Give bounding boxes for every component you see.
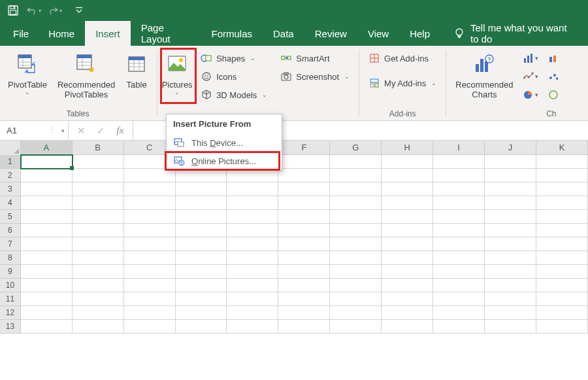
cell[interactable] [485, 155, 536, 169]
cell[interactable] [176, 320, 227, 334]
cell[interactable] [330, 210, 382, 224]
cell[interactable] [330, 182, 382, 196]
cell[interactable] [330, 279, 382, 292]
cell[interactable] [278, 306, 330, 320]
fx-icon[interactable]: fx [114, 125, 126, 136]
tab-insert[interactable]: Insert [85, 21, 131, 46]
cell[interactable] [433, 224, 485, 237]
pivottable-button[interactable]: PivotTable ⌄ [4, 48, 51, 96]
cell[interactable] [176, 169, 227, 182]
cell[interactable] [124, 182, 176, 196]
cell[interactable] [485, 251, 536, 265]
cell[interactable] [21, 251, 73, 265]
cell[interactable] [278, 237, 330, 251]
screenshot-button[interactable]: Screenshot ⌄ [276, 68, 353, 85]
cell[interactable] [382, 292, 433, 306]
cell[interactable] [278, 265, 330, 279]
my-addins-button[interactable]: My Add-ins ⌄ [365, 75, 440, 92]
enter-icon[interactable]: ✓ [95, 125, 106, 137]
tab-formulas[interactable]: Formulas [201, 21, 263, 46]
cell[interactable] [536, 251, 588, 265]
cell[interactable] [485, 320, 536, 334]
cell[interactable] [485, 292, 536, 306]
cell[interactable] [485, 237, 536, 251]
cell[interactable] [330, 196, 382, 210]
cell[interactable] [278, 292, 330, 306]
cell[interactable] [278, 251, 330, 265]
cell[interactable] [176, 279, 227, 292]
cell[interactable] [278, 224, 330, 237]
cell[interactable] [485, 169, 536, 182]
cell[interactable] [227, 292, 278, 306]
cell[interactable] [73, 155, 124, 169]
cell[interactable] [73, 251, 124, 265]
cell[interactable] [227, 279, 278, 292]
recommended-charts-button[interactable]: ? RecommendedCharts [451, 48, 517, 101]
cell[interactable] [227, 224, 278, 237]
cell[interactable] [227, 251, 278, 265]
cell[interactable] [73, 306, 124, 320]
cell[interactable] [433, 196, 485, 210]
cell[interactable] [536, 306, 588, 320]
cell[interactable] [124, 279, 176, 292]
cell[interactable] [124, 292, 176, 306]
col-header-K[interactable]: K [536, 141, 588, 154]
3d-models-button[interactable]: 3D Models ⌄ [197, 86, 271, 103]
cell[interactable] [124, 237, 176, 251]
cell[interactable] [124, 251, 176, 265]
smartart-button[interactable]: SmartArt [276, 50, 353, 67]
cell[interactable] [536, 224, 588, 237]
combo-chart-button[interactable] [544, 86, 558, 103]
recommended-pivottables-button[interactable]: RecommendedPivotTables [54, 48, 119, 101]
cell[interactable] [382, 169, 433, 182]
cell[interactable] [485, 306, 536, 320]
cell[interactable] [382, 210, 433, 224]
cell[interactable] [433, 210, 485, 224]
cell[interactable] [485, 196, 536, 210]
tab-review[interactable]: Review [304, 21, 357, 46]
cell[interactable] [536, 155, 588, 169]
row-header[interactable]: 3 [0, 182, 21, 196]
cell[interactable] [227, 237, 278, 251]
cell[interactable] [73, 196, 124, 210]
cell[interactable] [21, 155, 73, 169]
cell[interactable] [536, 292, 588, 306]
cell[interactable] [330, 169, 382, 182]
cell[interactable] [382, 155, 433, 169]
cell[interactable] [124, 169, 176, 182]
spreadsheet-grid[interactable]: A B C D E F G H I J K 12345678910111213 [0, 141, 588, 380]
cell[interactable] [176, 182, 227, 196]
cell[interactable] [21, 292, 73, 306]
cell[interactable] [278, 210, 330, 224]
col-header-B[interactable]: B [73, 141, 124, 154]
cell[interactable] [382, 224, 433, 237]
cell[interactable] [278, 320, 330, 334]
column-chart-button[interactable]: ▾ [520, 50, 541, 67]
get-addins-button[interactable]: Get Add-ins [365, 50, 440, 67]
cell[interactable] [485, 210, 536, 224]
cell[interactable] [382, 306, 433, 320]
cell[interactable] [73, 224, 124, 237]
cell[interactable] [176, 210, 227, 224]
undo-button[interactable]: ▾ [25, 2, 43, 19]
cell[interactable] [124, 210, 176, 224]
select-all-corner[interactable] [0, 141, 21, 155]
cell[interactable] [124, 265, 176, 279]
cell[interactable] [433, 265, 485, 279]
cell[interactable] [330, 292, 382, 306]
cell[interactable] [176, 196, 227, 210]
cell[interactable] [278, 169, 330, 182]
col-header-I[interactable]: I [433, 141, 485, 154]
cell[interactable] [21, 279, 73, 292]
pictures-button[interactable]: Pictures ⌄ [160, 48, 194, 96]
cell[interactable] [124, 224, 176, 237]
cancel-icon[interactable]: ✕ [75, 125, 87, 137]
cell[interactable] [485, 265, 536, 279]
row-header[interactable]: 10 [0, 279, 21, 292]
cell[interactable] [536, 210, 588, 224]
cell[interactable] [124, 320, 176, 334]
cell[interactable] [433, 306, 485, 320]
cell[interactable] [330, 320, 382, 334]
cell[interactable] [536, 169, 588, 182]
col-header-J[interactable]: J [485, 141, 536, 154]
